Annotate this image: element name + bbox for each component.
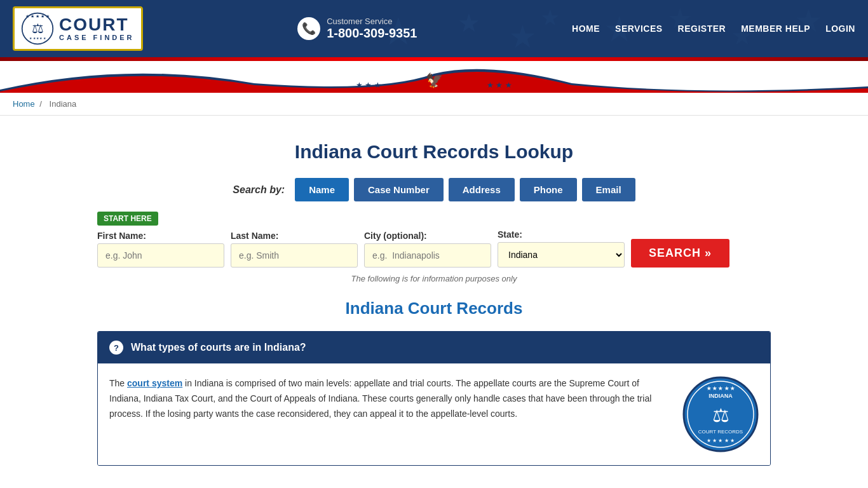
search-form-container: START HERE First Name: Last Name: City (…	[97, 212, 771, 268]
nav-services[interactable]: SERVICES	[615, 24, 663, 34]
svg-text:⚖: ⚖	[712, 405, 729, 426]
court-system-link[interactable]: court system	[127, 378, 182, 388]
first-name-group: First Name:	[97, 231, 224, 268]
nav-register[interactable]: REGISTER	[678, 24, 726, 34]
eagle-wave-container: 🦅 ★ ★ ★ ★ ★ ★	[0, 61, 868, 93]
city-group: City (optional):	[364, 231, 491, 268]
svg-text:★ ★ ★: ★ ★ ★	[356, 81, 381, 90]
first-name-input[interactable]	[97, 243, 224, 268]
svg-text:★ ★ ★ ★ ★: ★ ★ ★ ★ ★	[25, 14, 50, 18]
svg-text:★ ★ ★ ★ ★: ★ ★ ★ ★ ★	[707, 386, 735, 391]
breadcrumb-home[interactable]: Home	[13, 99, 35, 109]
faq-question-1: What types of courts are in Indiana?	[131, 342, 306, 353]
tab-case-number[interactable]: Case Number	[354, 178, 444, 201]
indiana-seal: ★ ★ ★ ★ ★ INDIANA ⚖ COURT RECORDS ★ ★ ★ …	[682, 376, 759, 452]
svg-text:★ ★ ★ ★ ★: ★ ★ ★ ★ ★	[707, 438, 735, 444]
logo-emblem: ★ ★ ★ ★ ★ ⚖ ★ ★ ★ ★ ★	[21, 12, 54, 45]
tab-name[interactable]: Name	[295, 178, 349, 201]
nav-home[interactable]: HOME	[572, 24, 600, 34]
faq-item-1: ? What types of courts are in Indiana? T…	[97, 331, 771, 466]
start-here-badge: START HERE	[97, 212, 158, 226]
state-group: State: Indiana Alabama Alaska Arizona Ar…	[498, 229, 625, 268]
breadcrumb-current: Indiana	[50, 99, 77, 109]
cs-label: Customer Service	[327, 17, 417, 26]
tab-email[interactable]: Email	[582, 178, 635, 201]
svg-text:★ ★ ★: ★ ★ ★	[487, 81, 512, 90]
main-content: Indiana Court Records Lookup Search by: …	[85, 116, 783, 485]
search-by-row: Search by: Name Case Number Address Phon…	[97, 178, 771, 201]
faq-body-1: The court system in Indiana is comprised…	[98, 363, 770, 465]
search-button[interactable]: SEARCH »	[631, 239, 729, 268]
eagle-wave-svg: 🦅 ★ ★ ★ ★ ★ ★	[0, 61, 868, 93]
nav-login[interactable]: LOGIN	[825, 24, 855, 34]
svg-text:★: ★	[458, 9, 480, 37]
breadcrumb-separator: /	[39, 99, 42, 109]
cs-phone: 1-800-309-9351	[327, 26, 417, 41]
logo-case-finder-text: CASE FINDER	[59, 34, 135, 41]
records-section-title: Indiana Court Records	[97, 299, 771, 318]
phone-icon: 📞	[297, 17, 320, 40]
site-header: ★ ★ ★ ★ ★ ★ ★ ★ ★ ★ ★ ★ ★ ⚖ ★ ★ ★ ★ ★ CO…	[0, 0, 868, 57]
main-nav: HOME SERVICES REGISTER MEMBER HELP LOGIN	[572, 24, 855, 34]
svg-text:🦅: 🦅	[426, 72, 444, 89]
state-label: State:	[498, 229, 625, 240]
svg-text:★: ★	[540, 5, 560, 30]
svg-text:COURT RECORDS: COURT RECORDS	[698, 429, 743, 435]
city-label: City (optional):	[364, 231, 491, 241]
logo[interactable]: ★ ★ ★ ★ ★ ⚖ ★ ★ ★ ★ ★ COURT CASE FINDER	[13, 6, 143, 51]
last-name-label: Last Name:	[231, 231, 358, 241]
nav-member-help[interactable]: MEMBER HELP	[741, 24, 810, 34]
faq-icon-1: ?	[109, 341, 123, 355]
faq-header-1[interactable]: ? What types of courts are in Indiana?	[98, 332, 770, 363]
page-title: Indiana Court Records Lookup	[97, 141, 771, 163]
info-note: The following is for information purpose…	[97, 274, 771, 283]
state-select[interactable]: Indiana Alabama Alaska Arizona Arkansas …	[498, 242, 625, 268]
logo-court-text: COURT	[59, 16, 129, 34]
breadcrumb: Home / Indiana	[0, 93, 868, 116]
svg-text:★: ★	[508, 19, 537, 55]
svg-text:⚖: ⚖	[32, 21, 44, 36]
first-name-label: First Name:	[97, 231, 224, 241]
svg-text:INDIANA: INDIANA	[709, 393, 733, 399]
search-form: First Name: Last Name: City (optional): …	[97, 229, 771, 268]
tab-phone[interactable]: Phone	[520, 178, 577, 201]
search-by-label: Search by:	[233, 184, 285, 196]
last-name-input[interactable]	[231, 243, 358, 268]
customer-service: 📞 Customer Service 1-800-309-9351	[297, 17, 417, 41]
last-name-group: Last Name:	[231, 231, 358, 268]
faq-answer-1: The court system in Indiana is comprised…	[109, 376, 670, 452]
tab-address[interactable]: Address	[449, 178, 515, 201]
svg-text:★ ★ ★ ★ ★: ★ ★ ★ ★ ★	[29, 36, 46, 40]
city-input[interactable]	[364, 243, 491, 268]
